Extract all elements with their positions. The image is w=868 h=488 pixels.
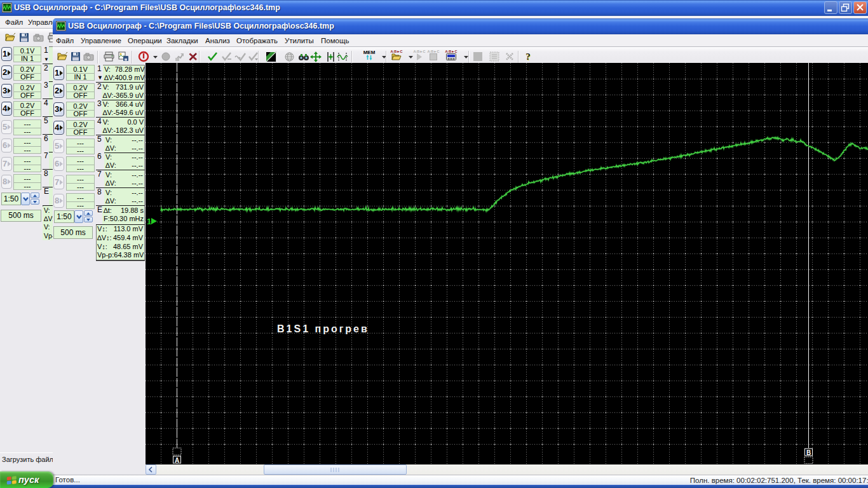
svg-text:B: B [806,449,811,456]
svg-text:A: A [175,457,179,464]
svg-text:B1S1 прогрев: B1S1 прогрев [277,323,369,334]
svg-text:1: 1 [147,217,151,226]
